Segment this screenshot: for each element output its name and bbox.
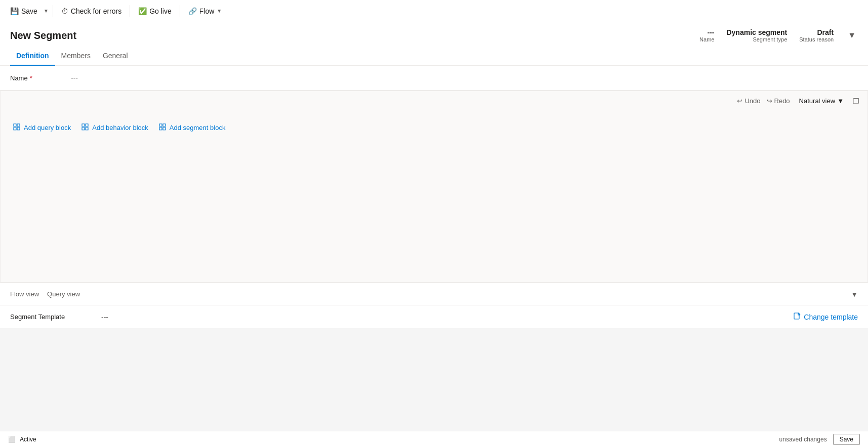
required-star: * bbox=[30, 74, 32, 82]
add-query-block-icon bbox=[13, 123, 21, 132]
name-meta: --- Name bbox=[699, 28, 714, 42]
segment-type-value: Dynamic segment bbox=[726, 28, 787, 36]
view-mode-label: Natural view bbox=[799, 97, 836, 105]
add-segment-block-label: Add segment block bbox=[170, 124, 226, 131]
tab-definition[interactable]: Definition bbox=[10, 47, 55, 66]
status-save-button[interactable]: Save bbox=[833, 434, 860, 445]
canvas-expand-button[interactable]: ❒ bbox=[853, 97, 859, 105]
status-right: unsaved changes Save bbox=[779, 434, 860, 445]
template-value: --- bbox=[101, 313, 108, 321]
canvas-body: Add query block Add behavior block bbox=[1, 111, 867, 145]
header-meta: --- Name Dynamic segment Segment type Dr… bbox=[699, 28, 858, 42]
view-selector-button[interactable]: Natural view ▼ bbox=[796, 95, 847, 107]
add-behavior-block-icon bbox=[81, 123, 89, 132]
segment-type-meta: Dynamic segment Segment type bbox=[726, 28, 787, 42]
bottom-collapse-button[interactable]: ▼ bbox=[851, 290, 858, 298]
undo-label: Undo bbox=[745, 97, 760, 105]
save-icon: 💾 bbox=[10, 7, 19, 15]
check-errors-button[interactable]: ⏱ Check for errors bbox=[57, 5, 126, 17]
add-segment-block-button[interactable]: Add segment block bbox=[158, 121, 226, 135]
unsaved-changes-text: unsaved changes bbox=[779, 436, 827, 443]
bottom-toggle-buttons: Flow view Query view bbox=[10, 288, 80, 300]
check-errors-icon: ⏱ bbox=[61, 7, 68, 15]
page-header: New Segment --- Name Dynamic segment Seg… bbox=[0, 22, 868, 47]
name-field-value[interactable]: --- bbox=[71, 74, 78, 82]
bottom-toggle-row[interactable]: Flow view Query view ▼ bbox=[0, 283, 868, 305]
go-live-icon: ✅ bbox=[138, 7, 147, 15]
toolbar-divider-1 bbox=[53, 5, 53, 17]
status-reason-value: Draft bbox=[817, 28, 834, 36]
flow-dropdown-arrow: ▼ bbox=[217, 8, 222, 14]
definition-canvas: ↩ Undo ↪ Redo Natural view ▼ ❒ bbox=[0, 91, 868, 283]
flow-label: Flow bbox=[199, 7, 215, 15]
flow-icon: 🔗 bbox=[188, 7, 197, 15]
undo-icon: ↩ bbox=[737, 97, 742, 105]
name-meta-label: Name bbox=[699, 36, 714, 42]
name-meta-value: --- bbox=[707, 28, 714, 36]
status-reason-meta: Draft Status reason bbox=[799, 28, 834, 42]
add-segment-block-icon bbox=[158, 123, 167, 132]
segment-type-label: Segment type bbox=[753, 36, 787, 42]
tab-general[interactable]: General bbox=[97, 47, 134, 66]
main-content: Name * --- ↩ Undo ↪ Redo Natural view ▼ bbox=[0, 66, 868, 431]
redo-label: Redo bbox=[774, 97, 790, 105]
status-left: ⬜ Active bbox=[8, 436, 36, 443]
save-label: Save bbox=[21, 7, 37, 15]
canvas-wrapper: ↩ Undo ↪ Redo Natural view ▼ ❒ bbox=[0, 91, 868, 283]
name-field-label: Name * bbox=[10, 74, 71, 82]
status-bar: ⬜ Active unsaved changes Save bbox=[0, 431, 868, 447]
redo-icon: ↪ bbox=[767, 97, 772, 105]
save-button[interactable]: 💾 Save bbox=[6, 5, 42, 17]
canvas-toolbar: ↩ Undo ↪ Redo Natural view ▼ ❒ bbox=[1, 91, 867, 111]
tabs-container: Definition Members General bbox=[0, 47, 868, 66]
view-chevron-icon: ▼ bbox=[837, 97, 844, 105]
template-label: Segment Template bbox=[10, 313, 81, 321]
add-query-block-label: Add query block bbox=[24, 124, 71, 131]
status-reason-label: Status reason bbox=[799, 36, 834, 42]
add-behavior-block-label: Add behavior block bbox=[92, 124, 148, 131]
add-behavior-block-button[interactable]: Add behavior block bbox=[81, 121, 148, 135]
toolbar: 💾 Save ▼ ⏱ Check for errors ✅ Go live 🔗 … bbox=[0, 0, 868, 22]
add-query-block-button[interactable]: Add query block bbox=[13, 121, 71, 135]
page-title: New Segment bbox=[10, 30, 76, 41]
undo-button[interactable]: ↩ Undo bbox=[737, 97, 760, 105]
change-template-button[interactable]: Change template bbox=[794, 312, 858, 321]
flow-button[interactable]: 🔗 Flow ▼ bbox=[184, 5, 226, 17]
toolbar-divider-3 bbox=[180, 5, 180, 17]
name-section: Name * --- bbox=[0, 66, 868, 91]
change-template-icon bbox=[794, 312, 801, 321]
go-live-button[interactable]: ✅ Go live bbox=[134, 5, 176, 17]
template-field: Segment Template --- bbox=[10, 313, 108, 321]
query-view-button[interactable]: Query view bbox=[47, 288, 80, 300]
tab-members[interactable]: Members bbox=[55, 47, 97, 66]
flow-view-button[interactable]: Flow view bbox=[10, 288, 39, 300]
bottom-section: Flow view Query view ▼ Segment Template … bbox=[0, 283, 868, 328]
change-template-label: Change template bbox=[804, 313, 858, 321]
header-expand-button[interactable]: ▼ bbox=[846, 29, 858, 42]
status-expand-icon[interactable]: ⬜ bbox=[8, 436, 16, 443]
status-text: Active bbox=[20, 436, 36, 443]
save-dropdown-arrow[interactable]: ▼ bbox=[44, 8, 49, 14]
toolbar-divider-2 bbox=[130, 5, 130, 17]
redo-button[interactable]: ↪ Redo bbox=[767, 97, 790, 105]
check-errors-label: Check for errors bbox=[71, 7, 121, 15]
template-row: Segment Template --- Change template bbox=[0, 305, 868, 328]
go-live-label: Go live bbox=[149, 7, 172, 15]
